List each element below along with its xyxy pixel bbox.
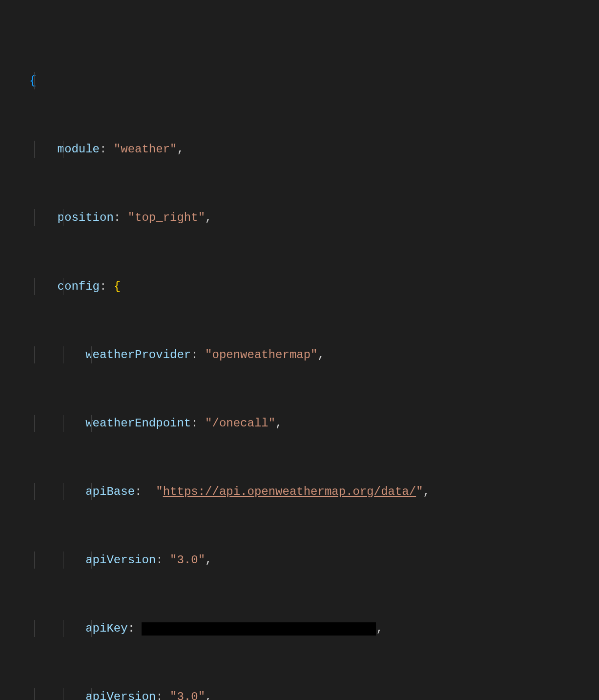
string-value: "3.0" (170, 553, 205, 567)
code-editor[interactable]: { module: "weather", position: "top_righ… (0, 0, 599, 700)
key-weatherprovider: weatherProvider (85, 348, 191, 361)
code-line[interactable]: apiKey: , (29, 620, 430, 637)
brace-open: { (29, 74, 36, 87)
string-value: "weather" (114, 143, 177, 156)
string-value: "3.0" (170, 690, 205, 700)
code-line[interactable]: apiVersion: "3.0", (29, 552, 430, 569)
code-line[interactable]: { (29, 72, 430, 89)
string-value: "top_right" (128, 211, 205, 224)
code-line[interactable]: apiVersion: "3.0", (29, 688, 430, 700)
code-line[interactable]: apiBase: "https://api.openweathermap.org… (29, 483, 430, 500)
redacted-apikey (142, 622, 376, 636)
code-line[interactable]: module: "weather", (29, 141, 430, 158)
string-value: "openweathermap" (205, 348, 317, 361)
string-value: "/onecall" (205, 417, 275, 430)
key-module: module (58, 143, 100, 156)
key-apikey: apiKey (85, 622, 127, 635)
key-config: config (58, 280, 100, 293)
code-line[interactable]: config: { (29, 278, 430, 295)
key-position: position (58, 211, 114, 224)
url-link[interactable]: https://api.openweathermap.org/data/ (163, 485, 416, 498)
key-apibase: apiBase (85, 485, 135, 498)
key-apiversion: apiVersion (85, 553, 156, 567)
code-line[interactable]: weatherEndpoint: "/onecall", (29, 415, 430, 432)
key-weatherendpoint: weatherEndpoint (85, 417, 191, 430)
code-area[interactable]: { module: "weather", position: "top_righ… (3, 4, 430, 700)
brace-open: { (114, 280, 121, 293)
key-apiversion: apiVersion (85, 690, 156, 700)
code-line[interactable]: weatherProvider: "openweathermap", (29, 346, 430, 363)
code-line[interactable]: position: "top_right", (29, 209, 430, 226)
